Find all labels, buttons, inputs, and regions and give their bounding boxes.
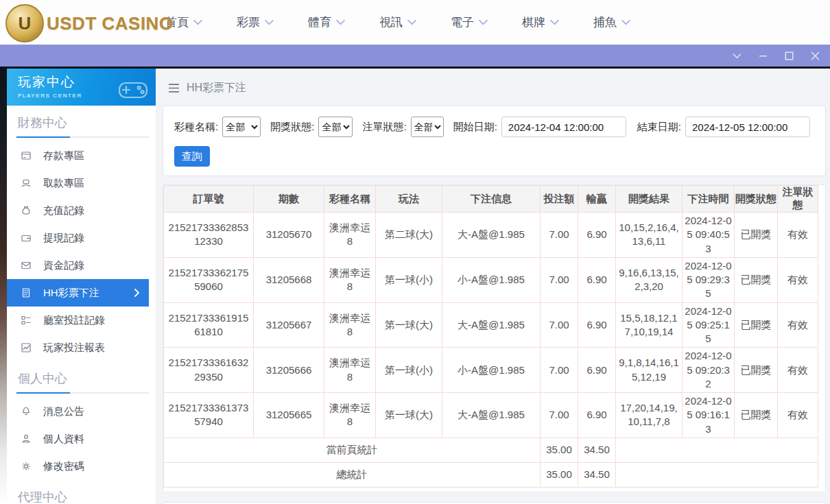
window-dropdown-button[interactable]: [731, 50, 742, 61]
chevron-down-icon: [733, 53, 742, 59]
top-nav-bar: U USDT CASINO 首頁彩票體育視訊電子棋牌捕魚: [0, 0, 830, 45]
person-icon: [21, 433, 32, 444]
table-cell: 2152173336217559060: [164, 257, 254, 302]
sidebar-item-player-bet-report[interactable]: 玩家投注報表: [7, 334, 156, 361]
nav-item-fishing[interactable]: 捕魚: [576, 14, 648, 30]
sidebar-item-withdraw[interactable]: 取款專區: [7, 169, 156, 197]
column-header: 訂單號: [164, 186, 254, 213]
chevron-down-icon: [336, 19, 345, 25]
window-close-button[interactable]: [809, 50, 820, 61]
table-cell: 小-A盤@1.985: [442, 348, 541, 393]
sidebar-item-label: 提現記錄: [43, 232, 84, 245]
sidebar-item-label: 廳室投註記錄: [43, 314, 105, 327]
table-cell: 2024-12-05 09:20:32: [683, 348, 735, 393]
table-cell: 澳洲幸运8: [324, 213, 376, 258]
section-underline: [16, 392, 149, 394]
sidebar-section-title: 個人中心: [7, 361, 156, 392]
column-header: 玩法: [376, 186, 442, 213]
end-date-input[interactable]: [685, 117, 810, 137]
sidebar-item-hh-lottery-bets[interactable]: HH彩票下注: [7, 279, 149, 307]
draw-status-select[interactable]: 全部: [318, 117, 353, 137]
report-chart-icon: [21, 342, 32, 353]
chevron-down-icon: [479, 19, 488, 25]
site-logo[interactable]: U USDT CASINO: [5, 4, 174, 43]
sidebar-item-label: 玩家投注報表: [43, 341, 105, 355]
start-date-input[interactable]: [501, 117, 626, 137]
logo-text: USDT CASINO: [47, 13, 174, 34]
table-cell: 已開獎: [735, 213, 778, 258]
wallet-icon: [21, 232, 32, 243]
table-cell: 有效: [778, 302, 818, 348]
sidebar-item-label: 存款專區: [43, 149, 84, 163]
table-cell: 大-A盤@1.985: [442, 213, 541, 258]
summary-bet-total: 35.00: [541, 462, 578, 487]
sidebar-item-profile[interactable]: 個人資料: [7, 425, 156, 453]
bets-table-panel: 訂單號期數彩種名稱玩法下注信息投注額輸贏開獎結果下注時間開獎狀態注單狀態 215…: [163, 184, 826, 492]
window-minimize-button[interactable]: [757, 50, 768, 61]
table-cell: 第一球(小): [376, 348, 442, 393]
deposit-icon: [21, 150, 32, 161]
table-cell: 有效: [778, 393, 818, 438]
sidebar-item-withdrawal-records[interactable]: 提現記錄: [7, 224, 156, 252]
table-cell: 第二球(大): [376, 213, 442, 258]
nav-item-board-games[interactable]: 棋牌: [505, 14, 576, 30]
column-header: 輸贏: [578, 186, 616, 213]
column-header: 期數: [254, 186, 324, 213]
logo-coin-icon: U: [5, 4, 44, 43]
table-cell: 2024-12-05 09:25:15: [683, 302, 735, 348]
funds-envelope-icon: [21, 260, 32, 271]
table-cell: 澳洲幸运8: [324, 302, 376, 348]
lottery-name-label: 彩種名稱:: [174, 121, 218, 134]
search-button[interactable]: 查詢: [174, 146, 210, 167]
table-header-row: 訂單號期數彩種名稱玩法下注信息投注額輸贏開獎結果下注時間開獎狀態注單狀態: [164, 186, 818, 213]
sidebar-item-room-bet-records[interactable]: 廳室投註記錄: [7, 307, 156, 334]
minimize-icon: [759, 51, 768, 60]
order-status-label: 注單狀態:: [362, 121, 406, 134]
table-cell: 31205665: [254, 393, 324, 438]
sidebar-item-announcements[interactable]: 消息公告: [7, 398, 156, 425]
summary-label: 當前頁統計: [164, 437, 541, 462]
summary-bet-total: 35.00: [541, 437, 578, 462]
nav-item-video[interactable]: 視訊: [362, 14, 434, 30]
sidebar-section-title: 財務中心: [7, 106, 156, 136]
bets-table: 訂單號期數彩種名稱玩法下注信息投注額輸贏開獎結果下注時間開獎狀態注單狀態 215…: [163, 185, 818, 488]
column-header: 開獎狀態: [735, 186, 778, 213]
table-cell: 2024-12-05 09:29:35: [683, 257, 735, 302]
hamburger-menu-icon[interactable]: [168, 83, 180, 93]
order-status-select[interactable]: 全部: [411, 117, 444, 137]
window-maximize-button[interactable]: [783, 50, 794, 61]
table-cell: 第一球(小): [376, 257, 442, 302]
column-header: 下注信息: [442, 186, 541, 213]
table-body: 215217333628531233031205670澳洲幸运8第二球(大)大-…: [164, 213, 818, 488]
sidebar-item-label: 資金記錄: [43, 259, 84, 272]
sidebar-item-change-password[interactable]: 修改密碼: [7, 453, 156, 480]
chevron-down-icon: [193, 19, 202, 25]
summary-winloss-total: 34.50: [578, 462, 616, 487]
end-date-label: 結束日期:: [637, 121, 681, 134]
sidebar: 玩家中心 PLAYERS CENTER 財務中心存款專區取款專區充值記錄提現記錄…: [7, 69, 156, 504]
table-row: 215217333616322935031205666澳洲幸运8第一球(小)小-…: [164, 348, 818, 393]
draw-status-label: 開獎狀態:: [270, 121, 314, 134]
nav-item-lottery[interactable]: 彩票: [220, 14, 291, 30]
summary-label: 總統計: [164, 462, 541, 487]
table-row: 215217333619156181031205667澳洲幸运8第一球(大)大-…: [164, 302, 818, 348]
table-cell: 第一球(大): [376, 302, 442, 348]
table-cell: 6.90: [578, 302, 616, 348]
nav-item-sports[interactable]: 體育: [291, 14, 362, 30]
table-cell: 7.00: [541, 257, 578, 302]
table-cell: 31205666: [254, 348, 324, 393]
table-cell: 2152173336137357940: [164, 393, 254, 438]
gamepad-icon: [117, 75, 149, 100]
sidebar-item-label: 修改密碼: [43, 460, 84, 473]
sidebar-item-deposit[interactable]: 存款專區: [7, 142, 156, 169]
table-cell: 31205668: [254, 257, 324, 302]
lottery-name-select[interactable]: 全部: [222, 117, 261, 137]
summary-empty-cell: [616, 462, 818, 487]
window-title-bar: [0, 45, 830, 67]
nav-item-slots[interactable]: 電子: [434, 14, 505, 30]
sidebar-item-funds-records[interactable]: 資金記錄: [7, 252, 156, 279]
sidebar-item-recharge-records[interactable]: 充值記錄: [7, 197, 156, 224]
filter-panel: 彩種名稱: 全部 開獎狀態: 全部 注單狀態: 全部 開始日期: 結束日期: 查…: [163, 106, 826, 176]
column-header: 投注額: [541, 186, 578, 213]
chevron-down-icon: [407, 19, 416, 25]
